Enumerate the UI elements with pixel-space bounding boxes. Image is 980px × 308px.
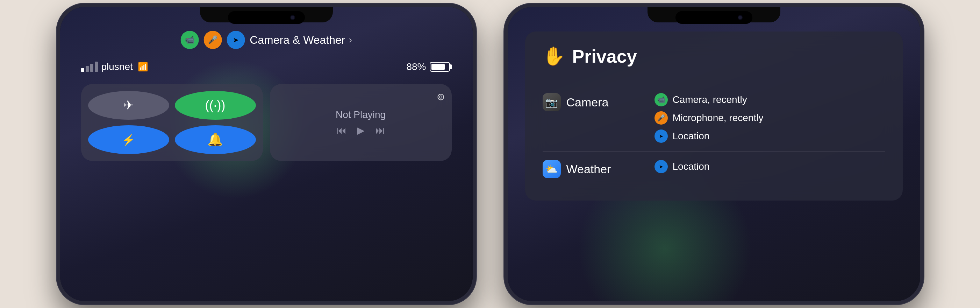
wifi-icon: 📶: [138, 62, 148, 72]
camera-perm-mic-dot: 🎤: [654, 111, 668, 124]
dynamic-island-2: [676, 11, 752, 24]
phone-1-frame: 📹 🎤 ➤ Camera & Weather ›: [57, 3, 476, 305]
volume-up-button-2[interactable]: [504, 70, 506, 94]
battery-percent: 88%: [406, 61, 426, 72]
volume-up-button[interactable]: [57, 70, 58, 94]
phone-2-frame: ✋ Privacy 📷 Camera 📹: [504, 3, 924, 305]
weather-app-label: Weather: [566, 163, 611, 176]
camera-app-icon-symbol: 📷: [546, 97, 558, 108]
camera-app-name: 📷 Camera: [542, 93, 654, 111]
battery-cap: [450, 64, 452, 69]
sound-icon: 🔔: [207, 132, 223, 147]
privacy-indicator-bar[interactable]: 📹 🎤 ➤ Camera & Weather ›: [180, 31, 352, 49]
camera-perm-camera-icon: 📹: [657, 96, 665, 104]
signal-bar-2: [86, 66, 89, 72]
signal-bar-3: [90, 64, 93, 72]
phone1-screen: 📹 🎤 ➤ Camera & Weather ›: [60, 7, 473, 301]
cellular-icon: ((·)): [205, 98, 226, 113]
battery-fill: [431, 64, 445, 70]
status-bar-1: plusnet 📶 88%: [60, 61, 473, 72]
privacy-bar-text: Camera & Weather ›: [250, 34, 352, 46]
camera-perm-camera-label: Camera, recently: [673, 94, 747, 105]
front-camera-1: [290, 15, 295, 20]
camera-perm-mic-label: Microphone, recently: [673, 112, 764, 124]
signal-bar-4: [95, 62, 98, 72]
battery-icon: [430, 62, 452, 72]
not-playing-label: Not Playing: [336, 109, 386, 120]
weather-perm-location-dot: ➤: [654, 160, 668, 173]
location-indicator-icon: ➤: [233, 36, 239, 44]
power-button[interactable]: [475, 84, 476, 119]
control-center-grid: ✈ ((·)) ⚡ 🔔 ⊚ Not Playing: [81, 84, 452, 161]
mic-indicator-icon: 🎤: [208, 35, 218, 45]
camera-perm-location-label: Location: [673, 131, 710, 142]
network-controls-panel: ✈ ((·)) ⚡ 🔔: [81, 84, 263, 161]
privacy-bar-chevron: ›: [348, 34, 352, 46]
location-indicator-dot: ➤: [227, 31, 245, 49]
camera-app-icon: 📷: [542, 93, 561, 111]
privacy-bar-label: Camera & Weather: [250, 34, 345, 46]
volume-down-button[interactable]: [57, 102, 58, 126]
weather-permissions: ➤ Location: [654, 160, 885, 173]
signal-bars: [81, 62, 98, 72]
carrier-info: plusnet 📶: [81, 61, 148, 72]
camera-app-label: Camera: [566, 96, 609, 109]
rewind-button[interactable]: ⏮: [337, 124, 347, 136]
cellular-button[interactable]: ((·)): [175, 91, 256, 120]
dynamic-island-1: [228, 11, 305, 24]
privacy-row-weather: ⛅ Weather ➤ Location: [542, 152, 885, 187]
bluetooth-icon: ⚡: [122, 134, 135, 146]
media-controls: ⏮ ▶ ⏭: [337, 124, 385, 136]
airplane-icon: ✈: [123, 98, 134, 113]
weather-app-name: ⛅ Weather: [542, 160, 654, 178]
volume-down-button-2[interactable]: [504, 102, 506, 126]
airplay-icon[interactable]: ⊚: [437, 91, 445, 102]
mic-indicator-dot: 🎤: [204, 31, 222, 49]
bluetooth-button[interactable]: ⚡: [88, 125, 169, 154]
weather-app-icon: ⛅: [542, 160, 561, 178]
privacy-hand-icon: ✋: [542, 46, 565, 67]
media-player-panel: ⊚ Not Playing ⏮ ▶ ⏭: [270, 84, 452, 161]
privacy-panel: ✋ Privacy 📷 Camera 📹: [525, 32, 903, 201]
weather-perm-location-icon: ➤: [659, 164, 663, 169]
phone2-screen: ✋ Privacy 📷 Camera 📹: [508, 7, 920, 301]
phones-container: 📹 🎤 ➤ Camera & Weather ›: [57, 3, 924, 305]
camera-permission-location: ➤ Location: [654, 129, 885, 143]
camera-perm-camera-dot: 📹: [654, 93, 668, 106]
weather-perm-location-label: Location: [673, 161, 710, 172]
privacy-row-camera: 📷 Camera 📹 Camera, recently: [542, 85, 885, 152]
camera-permissions: 📹 Camera, recently 🎤 Microphone, recentl…: [654, 93, 885, 143]
sound-button[interactable]: 🔔: [175, 125, 256, 154]
forward-button[interactable]: ⏭: [375, 124, 385, 136]
privacy-header: ✋ Privacy: [542, 46, 885, 74]
play-button[interactable]: ▶: [357, 124, 365, 136]
battery-info: 88%: [406, 61, 451, 72]
weather-app-icon-symbol: ⛅: [546, 163, 558, 175]
camera-indicator-dot: 📹: [180, 31, 199, 49]
camera-perm-location-icon: ➤: [659, 133, 663, 139]
camera-indicator-icon: 📹: [185, 35, 194, 45]
privacy-title: Privacy: [572, 46, 637, 67]
front-camera-2: [738, 15, 743, 20]
camera-permission-mic: 🎤 Microphone, recently: [654, 111, 885, 124]
carrier-name: plusnet: [102, 61, 133, 72]
camera-perm-location-dot: ➤: [654, 129, 668, 143]
camera-permission-camera: 📹 Camera, recently: [654, 93, 885, 106]
airplane-mode-button[interactable]: ✈: [88, 91, 169, 120]
camera-perm-mic-icon: 🎤: [657, 114, 665, 122]
signal-bar-1: [81, 68, 84, 72]
power-button-2[interactable]: [922, 84, 924, 119]
weather-permission-location: ➤ Location: [654, 160, 885, 173]
